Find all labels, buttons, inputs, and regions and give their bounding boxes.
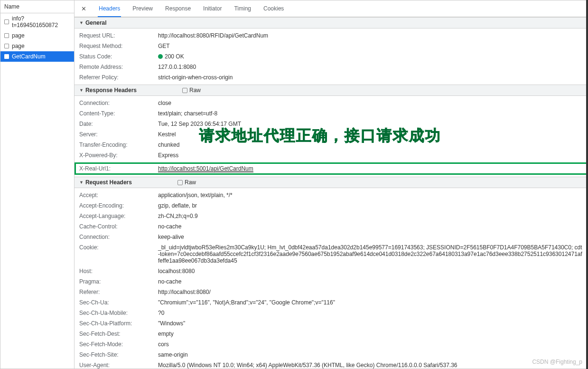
header-label: Cache-Control:	[79, 223, 158, 230]
request-headers-body: Accept:application/json, text/plain, */*…	[75, 188, 588, 369]
response-header-row: Connection:close	[75, 98, 588, 108]
header-value: zh-CN,zh;q=0.9	[158, 213, 583, 219]
referrer-policy-value: strict-origin-when-cross-origin	[158, 74, 583, 81]
request-header-row: Sec-Fetch-Mode:cors	[75, 339, 588, 350]
header-label: Referer:	[79, 289, 158, 295]
header-value: http://localhost:8080/	[158, 289, 583, 295]
header-value: no-cache	[158, 223, 583, 230]
general-header[interactable]: ▼ General	[75, 17, 588, 28]
header-label: Date:	[79, 121, 158, 127]
header-value: keep-alive	[158, 234, 583, 240]
request-icon	[4, 44, 9, 48]
header-value: cors	[158, 341, 583, 348]
request-header-row: Pragma:no-cache	[75, 276, 588, 287]
header-value: text/plain; charset=utf-8	[158, 110, 583, 117]
header-label: Sec-Ch-Ua-Mobile:	[79, 310, 158, 316]
request-header-row: Referer:http://localhost:8080/	[75, 287, 588, 297]
general-title: General	[85, 19, 107, 26]
tab-response[interactable]: Response	[164, 3, 192, 14]
close-icon[interactable]: ✕	[79, 5, 88, 12]
general-body: Request URL:http://localhost:8080/RFID/a…	[75, 28, 588, 85]
request-header-row: Accept-Language:zh-CN,zh;q=0.9	[75, 211, 588, 221]
sidebar-header: Name	[0, 0, 74, 13]
request-headers-header[interactable]: ▼ Request Headers Raw	[75, 177, 588, 188]
header-label: Content-Type:	[79, 110, 158, 117]
raw-toggle[interactable]: Raw	[182, 87, 201, 94]
header-value: chunked	[158, 142, 583, 148]
tabs-container: HeadersPreviewResponseInitiatorTimingCoo…	[98, 3, 285, 14]
request-header-row: Sec-Ch-Ua:"Chromium";v="116", "Not)A;Bra…	[75, 297, 588, 308]
x-real-url-value: http://localhost:5001/api/GetCardNum	[158, 165, 253, 172]
disclosure-triangle-icon: ▼	[79, 88, 84, 93]
request-icon	[4, 33, 9, 38]
request-header-row: Accept-Encoding:gzip, deflate, br	[75, 200, 588, 211]
sidebar-item-label: page	[12, 32, 25, 39]
request-header-row: User-Agent:Mozilla/5.0 (Windows NT 10.0;…	[75, 360, 588, 369]
header-label: Sec-Ch-Ua:	[79, 299, 158, 306]
tab-preview[interactable]: Preview	[131, 3, 154, 14]
tab-timing[interactable]: Timing	[233, 3, 252, 14]
checkbox-icon	[177, 180, 183, 185]
header-value: localhost:8080	[158, 268, 583, 274]
request-list-sidebar: Name info?t=1694501650872pagepageGetCard…	[0, 0, 75, 369]
request-header-row: Sec-Ch-Ua-Platform:"Windows"	[75, 318, 588, 329]
x-real-url-label: X-Real-Url1:	[79, 165, 158, 172]
disclosure-triangle-icon: ▼	[79, 20, 84, 25]
header-label: Accept:	[79, 192, 158, 199]
header-value: same-origin	[158, 351, 583, 358]
tab-headers[interactable]: Headers	[98, 3, 121, 17]
raw-toggle[interactable]: Raw	[177, 179, 196, 186]
header-label: Cookie:	[79, 244, 158, 251]
response-header-row: Server:Kestrel	[75, 129, 588, 140]
response-headers-title: Response Headers	[85, 87, 137, 94]
request-header-row: Accept:application/json, text/plain, */*	[75, 190, 588, 200]
header-value: "Chromium";v="116", "Not)A;Brand";v="24"…	[158, 299, 583, 306]
devtools-panel: Name info?t=1694501650872pagepageGetCard…	[0, 0, 588, 369]
request-method-value: GET	[158, 43, 583, 49]
sidebar-item-label: page	[12, 43, 25, 49]
header-value: empty	[158, 331, 583, 337]
request-headers-title: Request Headers	[85, 179, 132, 186]
header-value: gzip, deflate, br	[158, 202, 583, 209]
header-label: Accept-Encoding:	[79, 202, 158, 209]
sidebar-item-3[interactable]: GetCardNum	[0, 51, 74, 62]
header-value: Kestrel	[158, 131, 583, 138]
request-header-row: Sec-Fetch-Site:same-origin	[75, 350, 588, 360]
header-label: Sec-Ch-Ua-Platform:	[79, 320, 158, 327]
tab-initiator[interactable]: Initiator	[202, 3, 223, 14]
header-value: _bl_uid=jvldtjwboR53eRies2m30Ca9ky1U; Hm…	[158, 244, 583, 264]
header-label: Sec-Fetch-Mode:	[79, 341, 158, 348]
tab-cookies[interactable]: Cookies	[262, 3, 285, 14]
request-header-row: Cookie:_bl_uid=jvldtjwboR53eRies2m30Ca9k…	[75, 242, 588, 266]
header-label: Connection:	[79, 234, 158, 240]
response-header-row: X-Powered-By:Express	[75, 150, 588, 161]
response-header-row: Transfer-Encoding:chunked	[75, 140, 588, 150]
response-headers-body: Connection:closeContent-Type:text/plain;…	[75, 96, 588, 162]
request-url-value: http://localhost:8080/RFID/api/GetCardNu…	[158, 32, 583, 39]
header-label: Transfer-Encoding:	[79, 142, 158, 148]
sidebar-item-1[interactable]: page	[0, 30, 74, 41]
header-label: Accept-Language:	[79, 213, 158, 219]
request-icon	[4, 19, 9, 24]
request-header-row: Sec-Fetch-Dest:empty	[75, 329, 588, 339]
header-label: User-Agent:	[79, 362, 158, 369]
status-code-value: 200 OK	[158, 53, 583, 60]
sidebar-item-2[interactable]: page	[0, 41, 74, 51]
sidebar-item-label: GetCardNum	[12, 53, 46, 60]
header-value: application/json, text/plain, */*	[158, 192, 583, 199]
sidebar-item-label: info?t=1694501650872	[12, 15, 70, 28]
request-header-row: Host:localhost:8080	[75, 266, 588, 276]
header-label: Sec-Fetch-Site:	[79, 351, 158, 358]
x-real-url-row: X-Real-Url1: http://localhost:5001/api/G…	[75, 162, 588, 175]
header-label: Sec-Fetch-Dest:	[79, 331, 158, 337]
sidebar-item-0[interactable]: info?t=1694501650872	[0, 13, 74, 30]
header-value: ?0	[158, 310, 583, 316]
response-headers-header[interactable]: ▼ Response Headers Raw	[75, 85, 588, 96]
sidebar-items: info?t=1694501650872pagepageGetCardNum	[0, 13, 74, 62]
header-label: Pragma:	[79, 278, 158, 285]
header-value: Mozilla/5.0 (Windows NT 10.0; Win64; x64…	[158, 362, 583, 369]
checkbox-icon	[182, 88, 187, 93]
header-value: no-cache	[158, 278, 583, 285]
response-header-row: Content-Type:text/plain; charset=utf-8	[75, 108, 588, 119]
tabs-bar: ✕ HeadersPreviewResponseInitiatorTimingC…	[75, 0, 588, 17]
